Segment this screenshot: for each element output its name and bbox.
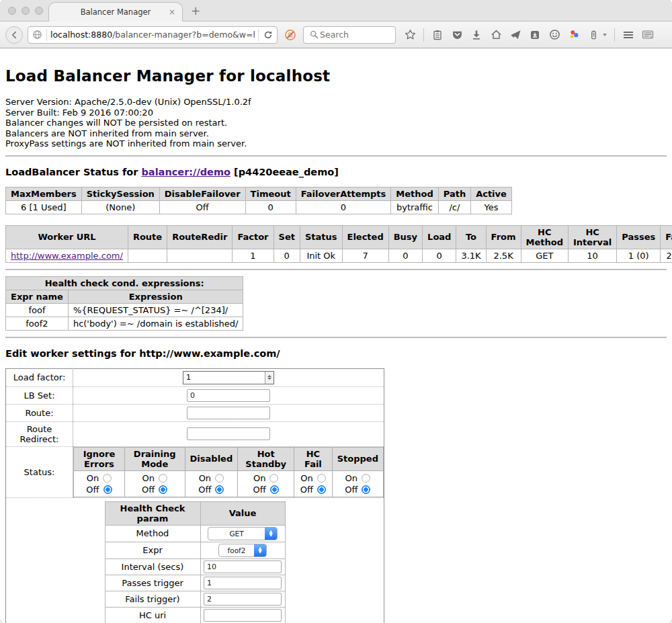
select-chevrons-icon: ▲▼ bbox=[265, 528, 277, 540]
expr-select[interactable]: foof2 ▲▼ bbox=[218, 544, 267, 557]
status-label: Status: bbox=[6, 446, 73, 497]
expr-header-row: Expr nameExpression bbox=[6, 290, 243, 303]
worker-url-link[interactable]: http://www.example.com/ bbox=[11, 251, 123, 261]
reading-list-icon[interactable] bbox=[431, 29, 444, 41]
url-bar[interactable]: localhost:8880/balancer-manager?b=demo&w… bbox=[28, 26, 278, 44]
status-column-header: Ignore Errors bbox=[74, 447, 125, 470]
method-select[interactable]: GET ▲▼ bbox=[208, 527, 278, 540]
close-window-button[interactable] bbox=[8, 7, 16, 15]
hc-fails-row: Fails trigger) bbox=[105, 591, 285, 607]
worker-cell bbox=[167, 249, 233, 262]
radio-off-selected[interactable] bbox=[215, 485, 224, 494]
radio-off-selected[interactable] bbox=[270, 485, 279, 494]
proxypass-notice-line: ProxyPass settings are NOT inherited fro… bbox=[5, 138, 667, 149]
radio-off-selected[interactable] bbox=[362, 485, 370, 494]
url-text[interactable]: localhost:8880/balancer-manager?b=demo&w… bbox=[50, 30, 255, 40]
worker-cell: Init Ok bbox=[300, 249, 342, 262]
search-input[interactable] bbox=[320, 30, 387, 40]
status-column-header: Draining Mode bbox=[124, 447, 185, 470]
balancer-data-row: 6 [1 Used](None)Off00bytraffic/c/Yes bbox=[6, 200, 512, 214]
health-check-params-row: Health Check param Value Method GET bbox=[6, 497, 384, 623]
urlbar-divider bbox=[46, 29, 47, 41]
load-factor-row: Load factor: bbox=[6, 368, 384, 386]
hc-expr-row: Expr foof2 ▲▼ bbox=[105, 542, 285, 558]
worker-cell: 2 (0) bbox=[661, 249, 672, 262]
hc-interval-input[interactable] bbox=[204, 560, 282, 573]
route-row: Route: bbox=[6, 404, 384, 421]
radio-off-selected[interactable] bbox=[159, 485, 167, 494]
load-factor-input[interactable] bbox=[183, 372, 265, 384]
status-radio-cell: On Off bbox=[238, 470, 294, 497]
radio-off-selected[interactable] bbox=[317, 485, 326, 494]
worker-column-header: RouteRedir bbox=[167, 225, 233, 249]
back-arrow-icon bbox=[9, 30, 19, 40]
tab-bar: Balancer Manager × + bbox=[0, 0, 672, 22]
radio-on[interactable] bbox=[159, 474, 167, 483]
load-factor-stepper[interactable] bbox=[183, 371, 274, 384]
back-button[interactable] bbox=[5, 26, 23, 44]
hc-uri-input[interactable] bbox=[204, 609, 282, 622]
reload-icon[interactable] bbox=[262, 29, 274, 41]
worker-cell: 1 (0) bbox=[617, 249, 661, 262]
radio-on[interactable] bbox=[103, 474, 112, 483]
urlbar-divider2 bbox=[258, 29, 259, 41]
stepper-arrows-icon[interactable] bbox=[265, 372, 274, 384]
worker-header-row: Worker URLRouteRouteRedirFactorSetStatus… bbox=[6, 225, 672, 249]
send-icon[interactable] bbox=[509, 29, 521, 41]
battery-icon[interactable] bbox=[587, 29, 599, 41]
hc-expr-label: Expr bbox=[105, 542, 200, 558]
hc-passes-label: Passes trigger bbox=[105, 575, 200, 591]
route-redirect-input[interactable] bbox=[187, 427, 270, 440]
home-icon[interactable] bbox=[490, 29, 502, 41]
persist-notice-line: Balancer changes will NOT be persisted o… bbox=[5, 118, 667, 128]
balancer-cell: 0 bbox=[296, 200, 391, 214]
colored-dots-icon[interactable] bbox=[568, 29, 580, 41]
balancer-cell: Yes bbox=[471, 200, 512, 214]
balancer-demo-link[interactable]: balancer://demo bbox=[141, 167, 230, 177]
hc-passes-input[interactable] bbox=[204, 577, 282, 589]
radio-on[interactable] bbox=[215, 474, 224, 483]
tab-title: Balancer Manager bbox=[81, 7, 151, 17]
dropdown-caret-icon[interactable] bbox=[603, 34, 607, 36]
downloads-icon[interactable] bbox=[470, 29, 482, 41]
save-page-icon[interactable] bbox=[529, 29, 541, 41]
radio-on[interactable] bbox=[362, 474, 370, 483]
worker-column-header: Load bbox=[423, 225, 456, 249]
route-label: Route: bbox=[6, 404, 73, 421]
radio-on[interactable] bbox=[269, 474, 278, 483]
radio-on-label: On bbox=[87, 472, 99, 484]
worker-cell: 0 bbox=[388, 249, 422, 262]
new-tab-button[interactable]: + bbox=[191, 4, 200, 17]
feedback-smiley-icon[interactable] bbox=[548, 29, 560, 41]
adblock-icon[interactable] bbox=[284, 29, 296, 41]
radio-off-selected[interactable] bbox=[103, 485, 112, 494]
radio-on[interactable] bbox=[317, 474, 326, 483]
lb-set-input[interactable] bbox=[187, 389, 270, 402]
radio-off-label: Off bbox=[86, 484, 99, 495]
window-controls[interactable] bbox=[8, 7, 43, 15]
zoom-window-button[interactable] bbox=[35, 7, 43, 15]
menu-icon[interactable] bbox=[622, 29, 634, 41]
tab-close-icon[interactable]: × bbox=[169, 7, 175, 17]
tab-balancer-manager[interactable]: Balancer Manager × bbox=[48, 2, 183, 22]
minimize-window-button[interactable] bbox=[22, 7, 30, 15]
expr-value-cell: %{REQUEST_STATUS} =~ /^[234]/ bbox=[68, 303, 243, 317]
search-bar[interactable] bbox=[303, 26, 396, 44]
bookmark-star-icon[interactable] bbox=[404, 29, 416, 41]
hc-method-row: Method GET ▲▼ bbox=[105, 525, 285, 542]
radio-off-label: Off bbox=[142, 484, 155, 495]
divider bbox=[5, 337, 667, 338]
balancer-cell: Off bbox=[159, 200, 245, 214]
radio-on-label: On bbox=[199, 472, 211, 484]
worker-data-row: http://www.example.com/ 10Init Ok7003.1K… bbox=[6, 249, 672, 262]
status-row: Status: Ignore ErrorsDraining ModeDisabl… bbox=[6, 446, 384, 497]
pocket-icon[interactable] bbox=[451, 29, 463, 41]
hc-interval-row: Interval (secs) bbox=[105, 558, 285, 575]
route-input[interactable] bbox=[187, 407, 270, 419]
worker-cell: 0 bbox=[274, 249, 300, 262]
balancers-notice-line: Balancers are NOT inherited from main se… bbox=[5, 128, 667, 139]
keyboard-grid-icon[interactable] bbox=[642, 29, 654, 41]
edit-worker-heading: Edit worker settings for http://www.exam… bbox=[5, 348, 667, 359]
hc-fails-input[interactable] bbox=[204, 593, 282, 606]
expr-name-cell: foof2 bbox=[6, 317, 69, 330]
